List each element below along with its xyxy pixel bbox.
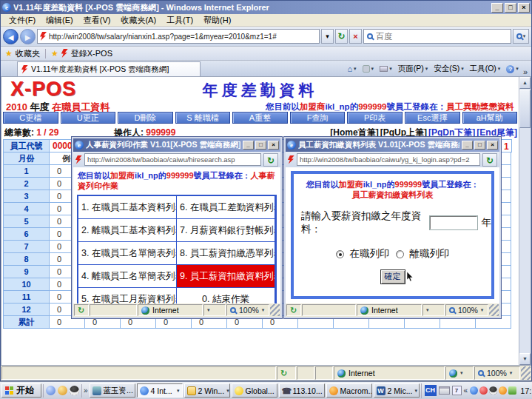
- taskbar-button-3[interactable]: 2 Win...▾: [184, 383, 230, 398]
- title-bar[interactable]: e 人事薪資列印作業 V1.01[X-POS 雲端商務網] - W... _ □…: [73, 138, 280, 152]
- scrollbar-thumb[interactable]: [519, 90, 531, 128]
- tray-qq-icon[interactable]: [489, 386, 497, 395]
- refresh-button[interactable]: ↻: [482, 153, 497, 167]
- close-button[interactable]: ×: [518, 3, 530, 13]
- resize-grip[interactable]: [270, 304, 280, 316]
- report-menu-item[interactable]: 7. 月薪資料銀行對帳列表: [176, 218, 275, 242]
- report-menu-item[interactable]: 5. 在職員工月薪資料列表: [78, 287, 177, 304]
- search-go-button[interactable]: ▾: [513, 29, 529, 44]
- command-页面(P)[interactable]: 页面(P)▾: [396, 63, 431, 75]
- radio-selected[interactable]: [336, 250, 344, 258]
- command-安全(S)[interactable]: 安全(S)▾: [431, 63, 466, 75]
- toolbar-button-2[interactable]: U更正: [61, 112, 116, 124]
- maximize-button[interactable]: □: [505, 3, 516, 13]
- toolbar-button-1[interactable]: C更檔: [3, 112, 58, 124]
- add-favorite-icon[interactable]: ★: [51, 49, 58, 58]
- taskbar-button-7[interactable]: W2 Mic...▾: [374, 383, 420, 398]
- keyboard-icon[interactable]: [439, 386, 450, 395]
- year-input[interactable]: [430, 216, 477, 229]
- zoom-control[interactable]: 100% ▾: [445, 304, 488, 316]
- report-menu-item[interactable]: 0. 結束作業: [176, 287, 275, 304]
- resize-grip[interactable]: [489, 304, 499, 316]
- toolbar-button-6[interactable]: F查詢: [290, 112, 346, 124]
- menu-item-3[interactable]: 查看(V): [78, 14, 116, 27]
- stop-button[interactable]: ×: [349, 29, 362, 44]
- ime-icon[interactable]: 7: [452, 386, 462, 395]
- back-button[interactable]: ◀: [3, 29, 18, 44]
- report-menu-item[interactable]: 2. 離職員工基本資料列表: [78, 218, 177, 242]
- vertical-scrollbar[interactable]: ▲ ▼: [519, 77, 531, 365]
- start-button[interactable]: 开始: [1, 383, 41, 398]
- tab-active[interactable]: V1.11年度差勤資料 [X-POS 雲端商務網]: [17, 61, 201, 76]
- report-menu-item[interactable]: 1. 在職員工基本資料列表: [78, 195, 177, 219]
- report-menu-item[interactable]: 3. 在職員工名單簡表列表: [78, 241, 177, 265]
- title-bar[interactable]: e 員工薪資扣繳資料列表 V1.01[X-POS 雲端商務網] - ... _ …: [286, 138, 499, 152]
- language-indicator[interactable]: CH: [425, 385, 437, 396]
- menu-item-1[interactable]: 文件(F): [4, 14, 41, 27]
- tray-red-icon[interactable]: [479, 386, 488, 395]
- chevron-down-icon[interactable]: ▾: [177, 388, 180, 394]
- address-input[interactable]: [49, 33, 317, 41]
- favorites-label[interactable]: 收藏夹: [16, 48, 40, 59]
- tray-orange-icon[interactable]: [499, 386, 507, 395]
- maximize-button[interactable]: □: [255, 141, 266, 150]
- zoom-control[interactable]: 100% ▾: [474, 366, 520, 380]
- menu-item-5[interactable]: 工具(T): [161, 14, 198, 27]
- radio-label[interactable]: 離職列印: [410, 247, 450, 261]
- radio-label[interactable]: 在職列印: [350, 247, 390, 261]
- radio-unselected[interactable]: [396, 250, 404, 258]
- taskbar-button-2[interactable]: 4 Int...▾: [137, 383, 183, 398]
- report-menu-item[interactable]: 4. 離職員工名單簡表列表: [78, 264, 177, 288]
- command-print-icon[interactable]: ▾: [377, 65, 394, 73]
- address-dropdown-button[interactable]: ▾: [321, 29, 334, 44]
- taskbar-button-6[interactable]: Macrom...: [326, 383, 372, 398]
- maximize-button[interactable]: □: [474, 141, 485, 150]
- tray-collapse-chevron[interactable]: «: [464, 386, 468, 395]
- zoom-control[interactable]: 100% ▾: [226, 304, 269, 316]
- chevron-down-icon[interactable]: ▾: [226, 388, 229, 394]
- address-input[interactable]: [87, 155, 258, 164]
- minimize-button[interactable]: _: [462, 141, 473, 150]
- protected-mode-pane[interactable]: ▾: [445, 366, 474, 380]
- address-bar[interactable]: [37, 29, 320, 44]
- minimize-button[interactable]: _: [491, 3, 503, 13]
- toolbar-button-3[interactable]: D刪除: [118, 112, 173, 124]
- messenger-icon[interactable]: [58, 386, 67, 395]
- command-工具(O)[interactable]: 工具(O)▾: [468, 63, 503, 75]
- report-menu-item[interactable]: 8. 員工薪資扣繳憑單列表: [176, 241, 275, 265]
- login-xpos-link[interactable]: 登錄X-POS: [71, 48, 112, 59]
- resize-grip[interactable]: [521, 366, 531, 380]
- confirm-button[interactable]: 確定: [380, 269, 405, 284]
- protected-mode-pane[interactable]: ▾: [422, 304, 445, 316]
- command-help-icon[interactable]: ?▾: [504, 64, 521, 74]
- taskbar-button-1[interactable]: 蓝玉资...: [90, 383, 135, 398]
- forward-button[interactable]: ▶: [20, 29, 36, 44]
- command-home-icon[interactable]: ⌂▾: [345, 64, 358, 74]
- refresh-button[interactable]: ↻: [263, 153, 278, 167]
- search-input[interactable]: [376, 32, 508, 41]
- scroll-up-button[interactable]: ▲: [519, 77, 531, 89]
- qq-icon[interactable]: [70, 386, 79, 395]
- toolbar-overflow-chevron[interactable]: »: [521, 67, 530, 76]
- address-input[interactable]: [300, 155, 477, 164]
- report-menu-item-selected[interactable]: 9. 員工薪資扣繳資料列表: [176, 264, 275, 288]
- toolbar-button-9[interactable]: aH幫助: [462, 112, 518, 124]
- close-button[interactable]: ×: [268, 141, 279, 150]
- toolbar-button-8[interactable]: Esc選擇: [405, 112, 460, 124]
- scroll-down-button[interactable]: ▼: [519, 353, 531, 365]
- menu-item-2[interactable]: 编辑(E): [41, 14, 78, 27]
- tray-green-icon[interactable]: [508, 386, 516, 395]
- menu-item-6[interactable]: 帮助(H): [198, 14, 236, 27]
- taskbar-button-5[interactable]: ☎113.10...: [279, 383, 325, 398]
- menu-item-4[interactable]: 收藏夹(A): [115, 14, 161, 27]
- media-icon[interactable]: [46, 386, 55, 395]
- tray-blue-icon[interactable]: [470, 386, 478, 395]
- protected-mode-pane[interactable]: ▾: [203, 304, 226, 316]
- title-bar[interactable]: e V1.11年度差勤資料 [X-POS 雲端商務網] - Windows In…: [1, 1, 531, 14]
- minimize-button[interactable]: _: [243, 141, 254, 150]
- refresh-button[interactable]: ↻: [335, 29, 348, 44]
- quick-launch-chevron[interactable]: »: [84, 386, 88, 395]
- toolbar-button-4[interactable]: S 離職檔: [175, 112, 231, 124]
- command-feed-icon[interactable]: ▾: [360, 64, 377, 73]
- search-box[interactable]: [363, 29, 511, 44]
